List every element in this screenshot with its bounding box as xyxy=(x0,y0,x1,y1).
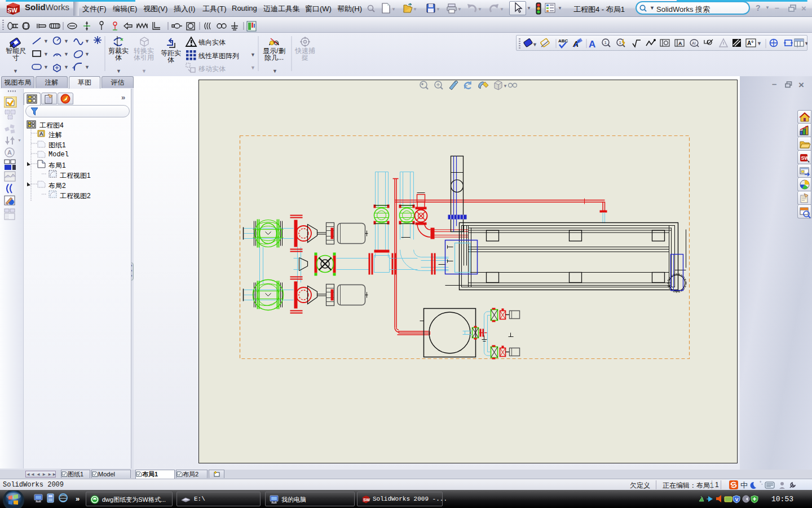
svg-text:▼: ▼ xyxy=(436,7,440,12)
svg-text:▼: ▼ xyxy=(43,64,48,70)
svg-text:▼: ▼ xyxy=(64,51,69,57)
svg-text:▼: ▼ xyxy=(413,7,417,12)
svg-text:▼: ▼ xyxy=(85,38,90,44)
svg-text:▼: ▼ xyxy=(804,41,807,46)
svg-text:SW: SW xyxy=(363,497,370,502)
svg-text:▼: ▼ xyxy=(391,7,396,12)
svg-text:SW: SW xyxy=(7,7,17,14)
svg-text:°,: °, xyxy=(760,480,762,485)
svg-text:▼: ▼ xyxy=(532,42,537,47)
svg-text:A: A xyxy=(39,131,43,137)
svg-text:▼: ▼ xyxy=(500,7,504,12)
svg-text:A: A xyxy=(7,149,12,156)
svg-text:AI: AI xyxy=(692,41,696,45)
svg-text:中: 中 xyxy=(740,481,748,489)
svg-text:ABC: ABC xyxy=(558,38,568,43)
svg-text:1: 1 xyxy=(619,40,622,45)
svg-text:▼: ▼ xyxy=(457,7,462,12)
svg-text:▼: ▼ xyxy=(503,84,508,89)
svg-text:▼: ▼ xyxy=(85,64,90,70)
svg-text:▼: ▼ xyxy=(17,138,21,142)
svg-text:▼: ▼ xyxy=(757,41,762,46)
svg-text:▼: ▼ xyxy=(64,38,69,44)
svg-text:1: 1 xyxy=(604,40,607,45)
svg-text:SW: SW xyxy=(801,155,810,161)
svg-text:▼: ▼ xyxy=(85,51,90,57)
svg-text:▼: ▼ xyxy=(250,65,255,71)
svg-text:▼: ▼ xyxy=(64,64,69,70)
svg-text:▼: ▼ xyxy=(250,52,255,58)
svg-text:V: V xyxy=(735,497,739,502)
svg-text:▼: ▼ xyxy=(43,51,48,57)
svg-text:A: A xyxy=(678,41,682,46)
svg-text:▼: ▼ xyxy=(478,7,482,12)
svg-text:▼: ▼ xyxy=(43,38,48,44)
svg-text:A: A xyxy=(589,39,595,50)
svg-text:A°: A° xyxy=(747,40,753,46)
svg-text:»: » xyxy=(76,494,80,503)
